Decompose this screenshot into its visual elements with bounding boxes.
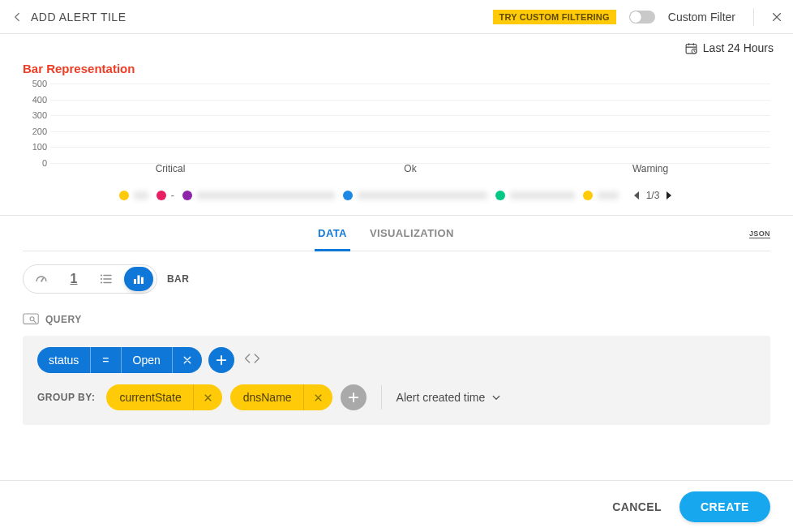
view-type-number[interactable]: 1 [59, 267, 88, 291]
tab-visualization[interactable]: VISUALIZATION [358, 216, 465, 251]
group-by-chip-currentstate[interactable]: currentState [106, 384, 221, 410]
remove-group-by-button[interactable] [194, 393, 222, 402]
config-tabs: DATA VISUALIZATION JSON [23, 216, 770, 251]
view-type-list[interactable] [92, 267, 121, 291]
create-button[interactable]: CREATE [679, 491, 770, 522]
svg-rect-5 [134, 279, 136, 284]
plus-icon [348, 392, 359, 403]
y-tick: 300 [32, 110, 47, 120]
close-icon [204, 393, 212, 402]
chevron-right-icon[interactable] [664, 191, 674, 200]
svg-point-2 [101, 274, 102, 276]
legend-dot [156, 191, 166, 200]
view-type-selector: 1 [23, 264, 157, 294]
svg-rect-7 [141, 277, 144, 284]
legend-label [358, 191, 487, 200]
view-type-bar[interactable] [124, 267, 153, 291]
x-tick: Warning [530, 163, 770, 179]
y-tick: 0 [42, 158, 47, 168]
view-type-row: 1 BAR [0, 251, 793, 294]
group-by-chip-dnsname[interactable]: dnsName [230, 384, 332, 410]
legend-separator: - [171, 190, 174, 201]
view-type-gauge[interactable] [27, 267, 56, 291]
code-icon [244, 352, 260, 365]
x-tick: Critical [50, 163, 290, 179]
bar-chart-icon [131, 272, 146, 286]
query-section-label: QUERY [0, 294, 793, 331]
chart-panel: Bar Representation 0100200300400500 Crit… [0, 62, 793, 207]
group-by-label: GROUP BY: [37, 392, 95, 403]
query-icon [23, 313, 39, 326]
filter-pill-status[interactable]: status = Open [37, 347, 202, 373]
legend-dot [343, 191, 353, 200]
footer: CANCEL CREATE [0, 480, 793, 532]
custom-filter-toggle[interactable] [629, 11, 655, 24]
try-custom-filtering-badge[interactable]: TRY CUSTOM FILTERING [493, 10, 616, 24]
back-button[interactable] [10, 10, 24, 24]
chevron-down-icon [491, 393, 501, 402]
legend-label [134, 191, 148, 200]
calendar-icon [684, 41, 698, 55]
page-title: ADD ALERT TILE [31, 11, 126, 24]
time-range-selector[interactable]: Last 24 Hours [0, 34, 793, 62]
close-icon [182, 355, 192, 365]
sort-field-selector[interactable]: Alert created time [396, 391, 502, 404]
close-button[interactable] [770, 11, 783, 24]
legend-label [598, 191, 619, 200]
legend-dot [119, 191, 129, 200]
chevron-left-icon[interactable] [632, 191, 641, 200]
plus-icon [216, 354, 227, 366]
add-group-by-button[interactable] [341, 384, 366, 410]
filter-field: status [37, 347, 90, 373]
legend-dot [495, 191, 505, 200]
legend-label [510, 191, 575, 200]
cancel-button[interactable]: CANCEL [612, 500, 662, 513]
filter-op: = [91, 347, 120, 373]
legend-label [197, 191, 335, 200]
json-toggle-button[interactable]: JSON [749, 230, 770, 238]
legend-pager: 1/3 [632, 190, 675, 201]
y-tick: 500 [32, 79, 47, 88]
chart-legend: - 1/3 [23, 184, 770, 207]
config-tabs-wrap: DATA VISUALIZATION JSON [0, 215, 793, 251]
remove-filter-button[interactable] [173, 355, 202, 365]
y-tick: 100 [32, 142, 47, 152]
time-range-label: Last 24 Hours [703, 41, 774, 54]
group-by-row: GROUP BY: currentState dnsName Alert cre… [37, 384, 756, 410]
filter-value: Open [122, 347, 172, 373]
close-icon [314, 393, 323, 402]
chart-title: Bar Representation [23, 62, 770, 75]
legend-page-label: 1/3 [646, 190, 660, 201]
y-tick: 400 [32, 95, 47, 105]
code-mode-button[interactable] [244, 352, 260, 368]
bar-chart: 0100200300400500 CriticalOkWarning [23, 84, 770, 179]
legend-dot [182, 191, 192, 200]
svg-point-9 [30, 317, 34, 321]
svg-rect-6 [138, 276, 140, 285]
legend-dot [583, 191, 593, 200]
filter-row: status = Open [37, 347, 756, 373]
tab-data[interactable]: DATA [306, 216, 358, 251]
svg-point-3 [101, 278, 102, 280]
x-tick: Ok [290, 163, 530, 179]
header: ADD ALERT TILE TRY CUSTOM FILTERING Cust… [0, 0, 793, 34]
gauge-icon [34, 272, 49, 286]
svg-point-4 [101, 281, 102, 283]
custom-filter-label: Custom Filter [668, 11, 735, 24]
y-tick: 200 [32, 127, 47, 136]
query-panel: status = Open GROUP BY: currentState [23, 336, 770, 425]
view-type-name: BAR [167, 273, 189, 285]
add-filter-button[interactable] [208, 347, 234, 373]
list-icon [99, 272, 114, 286]
remove-group-by-button[interactable] [304, 393, 332, 402]
